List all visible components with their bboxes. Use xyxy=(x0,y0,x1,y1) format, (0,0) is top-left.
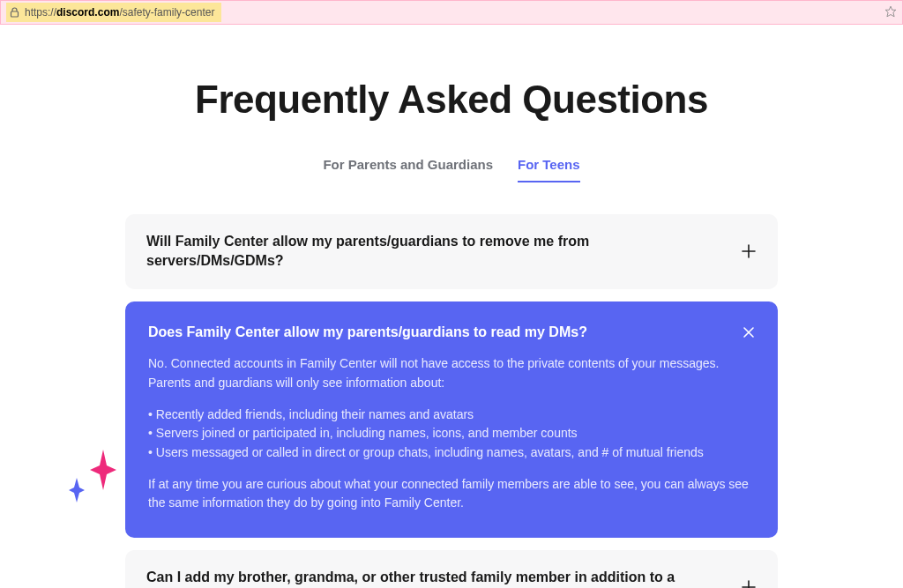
faq-item-expanded: Does Family Center allow my parents/guar… xyxy=(125,301,778,538)
faq-question: Does Family Center allow my parents/guar… xyxy=(148,323,587,342)
faq-question: Can I add my brother, grandma, or other … xyxy=(146,568,727,588)
url-text: https://discord.com/safety-family-center xyxy=(25,6,214,19)
faq-answer: No. Connected accounts in Family Center … xyxy=(148,354,755,513)
tab-parents-guardians[interactable]: For Parents and Guardians xyxy=(323,157,493,182)
svg-marker-1 xyxy=(885,6,896,17)
faq-answer-outro: If at any time you are curious about wha… xyxy=(148,475,755,513)
faq-answer-bullet: Recently added friends, including their … xyxy=(148,406,755,425)
browser-url-bar[interactable]: https://discord.com/safety-family-center xyxy=(0,0,903,25)
faq-item: Can I add my brother, grandma, or other … xyxy=(125,550,778,588)
url-highlight: https://discord.com/safety-family-center xyxy=(6,3,221,22)
faq-toggle-header[interactable]: Will Family Center allow my parents/guar… xyxy=(146,232,757,272)
faq-question: Will Family Center allow my parents/guar… xyxy=(146,232,727,272)
bookmark-star-icon[interactable] xyxy=(884,5,897,20)
svg-rect-0 xyxy=(11,11,19,17)
faq-answer-bullet: Servers joined or participated in, inclu… xyxy=(148,424,755,443)
faq-toggle-header[interactable]: Does Family Center allow my parents/guar… xyxy=(148,323,755,342)
plus-icon xyxy=(741,243,757,259)
faq-item: Will Family Center allow my parents/guar… xyxy=(125,214,778,289)
faq-answer-intro: No. Connected accounts in Family Center … xyxy=(148,354,755,392)
faq-answer-list: Recently added friends, including their … xyxy=(148,406,755,463)
faq-tabs: For Parents and Guardians For Teens xyxy=(125,157,778,182)
faq-answer-bullet: Users messaged or called in direct or gr… xyxy=(148,443,755,463)
plus-icon xyxy=(741,579,757,588)
sparkle-blue-icon xyxy=(69,478,85,502)
close-icon xyxy=(743,326,755,339)
tab-teens[interactable]: For Teens xyxy=(518,157,580,182)
page-heading: Frequently Asked Questions xyxy=(125,78,778,122)
lock-icon xyxy=(10,7,19,18)
faq-toggle-header[interactable]: Can I add my brother, grandma, or other … xyxy=(146,568,757,588)
